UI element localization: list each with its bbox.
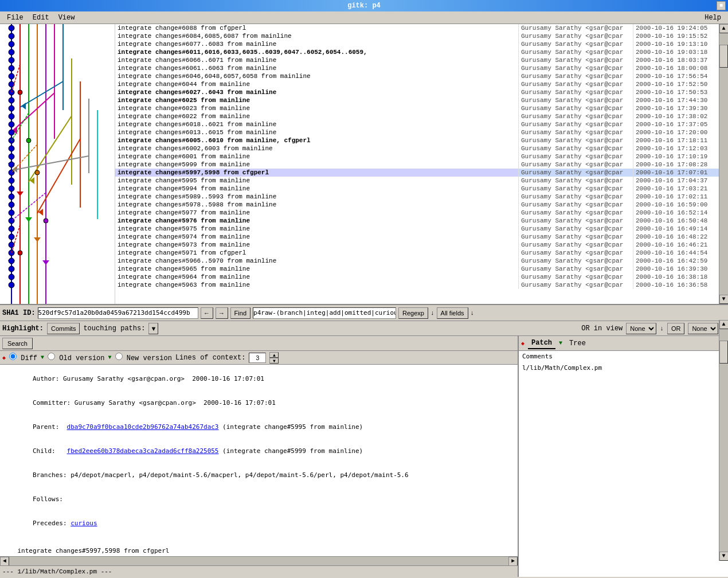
- right-scrollbar[interactable]: ▲ ▼: [719, 320, 728, 561]
- close-button[interactable]: ■: [717, 1, 726, 10]
- table-row[interactable]: integrate change#5995 from mainlineGurus…: [115, 177, 719, 185]
- table-row[interactable]: integrate change#5976 from mainlineGurus…: [115, 217, 719, 225]
- commit-author-cell: Gurusamy Sarathy <gsar@cpar: [518, 273, 633, 281]
- right-scroll-track[interactable]: [719, 329, 728, 552]
- patch-tab[interactable]: Patch: [528, 338, 555, 349]
- table-row[interactable]: integrate change#5999 from mainlineGurus…: [115, 161, 719, 169]
- new-version-label[interactable]: New version: [115, 353, 172, 362]
- commit-scrollbar[interactable]: ▲ ▼: [719, 24, 728, 304]
- hscroll-right-btn[interactable]: ►: [508, 557, 518, 566]
- tree-tab[interactable]: Tree: [566, 338, 589, 349]
- table-row[interactable]: integrate change#5994 from mainlineGurus…: [115, 185, 719, 193]
- table-row[interactable]: integrate changes#6011,6016,6033,6035..6…: [115, 48, 719, 56]
- table-row[interactable]: integrate changes#6046,6048,6057,6058 fr…: [115, 72, 719, 80]
- search-tab-btn[interactable]: Search: [2, 338, 33, 349]
- or2-select[interactable]: None: [688, 323, 718, 334]
- table-row[interactable]: integrate change#5977 from mainlineGurus…: [115, 209, 719, 217]
- touching-dropdown[interactable]: ▼: [148, 323, 158, 334]
- svg-line-11: [11, 93, 54, 132]
- right-scroll-up[interactable]: ▲: [719, 320, 729, 329]
- parent-hash-link[interactable]: dba9c70a9f0bcaa10cde2b96762a74ab4267dac3: [67, 423, 219, 431]
- author-line: Author: Gurusamy Sarathy <gsar@cpan.org>…: [2, 367, 515, 391]
- find-btn[interactable]: Find: [230, 307, 251, 319]
- table-row[interactable]: integrate change#6023 from mainlineGurus…: [115, 104, 719, 112]
- diff-hscroll[interactable]: ◄ ►: [0, 556, 518, 565]
- scroll-thumb[interactable]: [719, 45, 728, 68]
- table-row[interactable]: integrate change#6044 from mainlineGurus…: [115, 80, 719, 88]
- or-in-view-select[interactable]: None: [626, 323, 656, 334]
- file-path-item[interactable]: l/lib/Math/Complex.pm: [519, 362, 728, 374]
- right-scroll-down[interactable]: ▼: [719, 552, 729, 561]
- table-row[interactable]: integrate changes#6084,6085,6087 from ma…: [115, 32, 719, 40]
- table-row[interactable]: integrate changes#6013..6015 from mainli…: [115, 128, 719, 136]
- table-row[interactable]: integrate change#5965 from mainlineGurus…: [115, 265, 719, 273]
- regexp-btn[interactable]: Regexp: [398, 307, 428, 319]
- title-bar: gitk: p4 ■: [0, 0, 728, 11]
- table-row[interactable]: integrate change#6088 from cfgperlGurusa…: [115, 24, 719, 32]
- prev-commit-btn[interactable]: ←: [201, 307, 213, 319]
- find-input[interactable]: [253, 307, 396, 319]
- next-commit-btn[interactable]: →: [216, 307, 228, 319]
- scroll-up-btn[interactable]: ▲: [719, 24, 729, 33]
- table-row[interactable]: integrate change#5964 from mainlineGurus…: [115, 273, 719, 281]
- table-row[interactable]: integrate changes#5966..5970 from mainli…: [115, 257, 719, 265]
- table-row[interactable]: integrate change#6022 from mainlineGurus…: [115, 112, 719, 120]
- table-row[interactable]: integrate changes#6077..6083 from mainli…: [115, 40, 719, 48]
- old-version-label[interactable]: Old version: [48, 353, 104, 362]
- table-row[interactable]: integrate changes#6061..6063 from mainli…: [115, 64, 719, 72]
- table-row[interactable]: integrate change#5975 from mainlineGurus…: [115, 225, 719, 233]
- commit-message-cell: integrate changes#6027..6043 from mainli…: [115, 88, 518, 96]
- diff-radio-label[interactable]: Diff: [9, 353, 37, 362]
- context-up-btn[interactable]: ▲: [269, 352, 279, 358]
- menu-edit[interactable]: Edit: [28, 13, 54, 23]
- table-row[interactable]: integrate changes#5997,5998 from cfgperl…: [115, 169, 719, 177]
- table-row[interactable]: integrate changes#6018..6021 from mainli…: [115, 120, 719, 128]
- commit-date-cell: 2000-10-16 17:56:54: [633, 72, 719, 80]
- commit-date-cell: 2000-10-16 17:38:02: [633, 112, 719, 120]
- table-row[interactable]: integrate changes#6027..6043 from mainli…: [115, 88, 719, 96]
- allfields-btn[interactable]: All fields: [437, 307, 468, 319]
- sha-label: SHA1 ID:: [2, 309, 36, 317]
- table-row[interactable]: integrate change#5974 from mainlineGurus…: [115, 233, 719, 241]
- new-version-radio[interactable]: [115, 353, 123, 360]
- sha-input[interactable]: [38, 307, 198, 319]
- context-input[interactable]: [249, 353, 266, 363]
- table-row[interactable]: integrate changes#5978..5988 from mainli…: [115, 201, 719, 209]
- commit-message-cell: integrate change#5971 from cfgperl: [115, 249, 518, 257]
- table-row[interactable]: integrate changes#6066..6071 from mainli…: [115, 56, 719, 64]
- svg-point-31: [9, 57, 14, 63]
- highlight-label: Highlight:: [2, 325, 44, 333]
- diff-content: Author: Gurusamy Sarathy <gsar@cpan.org>…: [0, 365, 518, 556]
- right-scroll-thumb[interactable]: [719, 341, 728, 364]
- table-row[interactable]: integrate change#6025 from mainlineGurus…: [115, 96, 719, 104]
- commit-date-cell: 2000-10-16 16:36:58: [633, 281, 719, 289]
- menu-view[interactable]: View: [54, 13, 80, 23]
- hscroll-left-btn[interactable]: ◄: [0, 557, 9, 566]
- commit-message-cell: integrate change#5975 from mainline: [115, 225, 518, 233]
- diff-panel: Search ◆ Diff ▼ Old version ▼ New versio…: [0, 336, 519, 577]
- scroll-down-btn[interactable]: ▼: [719, 295, 729, 304]
- comments-item[interactable]: Comments: [519, 351, 728, 362]
- table-row[interactable]: integrate change#5971 from cfgperlGurusa…: [115, 249, 719, 257]
- child-hash-link[interactable]: fbed2eee60b378dabeca3ca2adad6cff8a225055: [67, 447, 219, 455]
- table-row[interactable]: integrate change#5963 from mainlineGurus…: [115, 281, 719, 289]
- table-row[interactable]: integrate changes#5989..5993 from mainli…: [115, 193, 719, 201]
- svg-point-59: [9, 282, 14, 288]
- hscroll-track[interactable]: [9, 557, 508, 565]
- scroll-track[interactable]: [719, 33, 728, 295]
- table-row[interactable]: integrate change#5973 from mainlineGurus…: [115, 241, 719, 249]
- table-row[interactable]: integrate changes#6002,6003 from mainlin…: [115, 144, 719, 153]
- diff-radio[interactable]: [9, 353, 17, 360]
- table-row[interactable]: integrate changes#6005..6010 from mainli…: [115, 136, 719, 144]
- old-version-radio[interactable]: [48, 353, 55, 360]
- context-down-btn[interactable]: ▼: [269, 358, 279, 364]
- commit-author-cell: Gurusamy Sarathy <gsar@cpar: [518, 96, 633, 104]
- or-btn[interactable]: OR: [667, 323, 685, 334]
- table-row[interactable]: integrate change#6001 from mainlineGurus…: [115, 153, 719, 161]
- bottom-panel: Search ◆ Diff ▼ Old version ▼ New versio…: [0, 336, 728, 577]
- menu-help[interactable]: Help: [700, 13, 726, 23]
- commit-message-cell: integrate change#6088 from cfgperl: [115, 24, 518, 32]
- menu-file[interactable]: File: [2, 13, 28, 23]
- commits-hl-btn[interactable]: Commits: [47, 323, 80, 334]
- precedes-link[interactable]: curious: [71, 520, 97, 527]
